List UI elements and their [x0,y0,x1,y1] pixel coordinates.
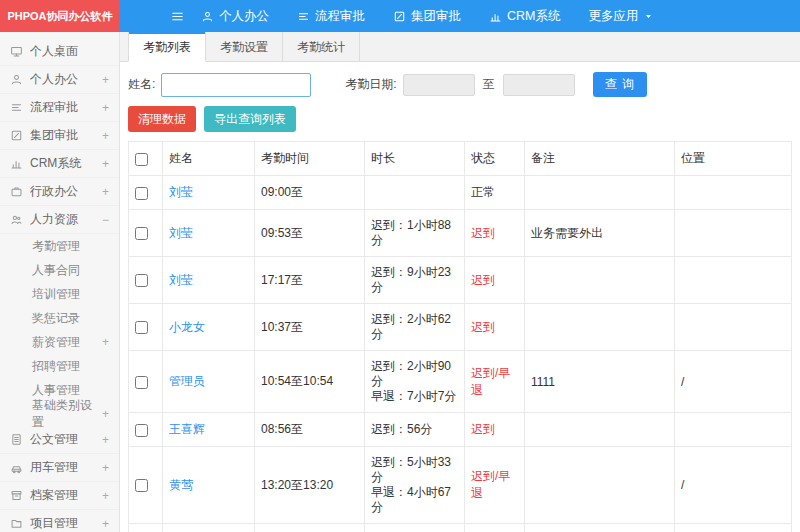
sidebar-subitem[interactable]: 招聘管理 [0,354,119,378]
sidebar-item[interactable]: 个人桌面 [0,38,119,66]
chart-icon [10,157,23,170]
menu-toggle-button[interactable] [170,9,185,24]
checkbox-cell [129,447,163,524]
date-start-input[interactable] [403,74,475,96]
column-header: 考勤时间 [255,142,365,176]
table-header-row: 姓名考勤时间时长状态备注位置 [129,142,792,176]
sidebar-subitem[interactable]: 人事合同 [0,258,119,282]
sidebar-item-label: 基础类别设置 [32,397,98,431]
sidebar-subitem[interactable]: 考勤管理 [0,234,119,258]
expand-plus-icon[interactable]: + [98,185,109,199]
status-text: 迟到/早退 [471,469,510,500]
row-checkbox[interactable] [135,187,148,200]
flow-icon [10,101,23,114]
employee-name-link[interactable]: 小龙女 [169,320,205,334]
sidebar-item[interactable]: 流程审批+ [0,94,119,122]
column-header: 状态 [465,142,525,176]
select-all-checkbox[interactable] [135,153,148,166]
expand-plus-icon[interactable]: + [98,157,109,171]
attendance-time: 10:02至 [255,524,365,532]
sidebar-item-label: 档案管理 [30,487,98,504]
sidebar-subitem[interactable]: 基础类别设置+ [0,402,119,426]
name-cell: 小龙女 [163,304,255,351]
sidebar-subitem[interactable]: 培训管理 [0,282,119,306]
expand-plus-icon[interactable]: + [98,407,109,421]
tab-item-0[interactable]: 考勤列表 [128,32,206,62]
employee-name-link[interactable]: 刘莹 [169,185,193,199]
date-end-input[interactable] [503,74,575,96]
table-row: 刘莹09:00至正常 [129,176,792,210]
location-cell [675,413,792,447]
nav-item-1[interactable]: 流程审批 [297,8,365,25]
select-all-cell [129,142,163,176]
sidebar-item[interactable]: 个人办公+ [0,66,119,94]
status-cell: 迟到/早退 [465,447,525,524]
nav-item-4[interactable]: 更多应用 [588,8,653,25]
table-row: 管理员10:54至10:54迟到：2小时90分 早退：7小时7分迟到/早退111… [129,351,792,413]
expand-plus-icon[interactable]: + [98,517,109,531]
attendance-duration: 迟到：2小时90分 早退：7小时7分 [365,351,465,413]
sidebar-item[interactable]: 档案管理+ [0,482,119,510]
checkbox-cell [129,210,163,257]
attendance-duration: 迟到：9小时23分 [365,257,465,304]
attendance-duration: 迟到：56分 [365,413,465,447]
employee-name-link[interactable]: 黄莺 [169,478,193,492]
nav-item-2[interactable]: 集团审批 [393,8,461,25]
desktop-icon [10,45,23,58]
expand-plus-icon[interactable]: + [98,489,109,503]
status-text: 迟到 [471,422,495,436]
expand-plus-icon[interactable]: + [98,101,109,115]
tab-item-2[interactable]: 考勤统计 [283,32,360,61]
clear-data-button[interactable]: 清理数据 [128,106,196,132]
row-checkbox[interactable] [135,321,148,334]
row-checkbox[interactable] [135,274,148,287]
row-checkbox[interactable] [135,376,148,389]
sidebar-item-label: 考勤管理 [32,238,80,255]
remark-cell [525,176,675,210]
employee-name-link[interactable]: 管理员 [169,374,205,388]
sidebar-item-label: CRM系统 [30,155,98,172]
expand-plus-icon[interactable]: + [98,433,109,447]
expand-plus-icon[interactable]: + [98,335,109,349]
row-checkbox[interactable] [135,227,148,240]
sidebar-item[interactable]: 行政办公+ [0,178,119,206]
sidebar-item[interactable]: 公文管理+ [0,426,119,454]
expand-plus-icon[interactable]: + [98,461,109,475]
checkbox-cell [129,351,163,413]
status-cell: 迟到/早退 [465,351,525,413]
expand-plus-icon[interactable]: + [98,73,109,87]
employee-name-link[interactable]: 刘莹 [169,273,193,287]
briefcase-icon [10,185,23,198]
nav-item-label: 集团审批 [411,8,461,25]
search-button[interactable]: 查 询 [593,72,647,97]
tab-item-1[interactable]: 考勤设置 [206,32,283,61]
attendance-duration: 迟到：2小时03分 [365,524,465,532]
filter-bar: 姓名: 考勤日期: 至 查 询 [120,62,800,106]
status-text: 迟到 [471,273,495,287]
nav-item-3[interactable]: CRM系统 [489,8,560,25]
sidebar-item-label: 公文管理 [30,431,98,448]
table-row: 刘莹09:53至迟到：1小时88分迟到业务需要外出 [129,210,792,257]
sidebar-item[interactable]: 人力资源− [0,206,119,234]
sidebar-item[interactable]: 集团审批+ [0,122,119,150]
sidebar-item-label: 项目管理 [30,515,98,532]
sidebar-subitem[interactable]: 奖惩记录 [0,306,119,330]
row-checkbox[interactable] [135,424,148,437]
name-filter-input[interactable] [161,73,311,97]
sidebar-item[interactable]: 用车管理+ [0,454,119,482]
sidebar-item[interactable]: 项目管理+ [0,510,119,532]
name-cell: 王喜辉 [163,413,255,447]
collapse-minus-icon[interactable]: − [98,213,109,227]
row-checkbox[interactable] [135,479,148,492]
sidebar-subitem[interactable]: 薪资管理+ [0,330,119,354]
export-list-button[interactable]: 导出查询列表 [204,106,296,132]
column-header: 备注 [525,142,675,176]
sidebar-item[interactable]: CRM系统+ [0,150,119,178]
expand-plus-icon[interactable]: + [98,129,109,143]
employee-name-link[interactable]: 王喜辉 [169,422,205,436]
table-row: 王喜辉08:56至迟到：56分迟到 [129,413,792,447]
employee-name-link[interactable]: 刘莹 [169,226,193,240]
sidebar: 个人桌面个人办公+流程审批+集团审批+CRM系统+行政办公+人力资源−考勤管理人… [0,32,120,532]
status-cell: 迟到 [465,413,525,447]
nav-item-0[interactable]: 个人办公 [201,8,269,25]
